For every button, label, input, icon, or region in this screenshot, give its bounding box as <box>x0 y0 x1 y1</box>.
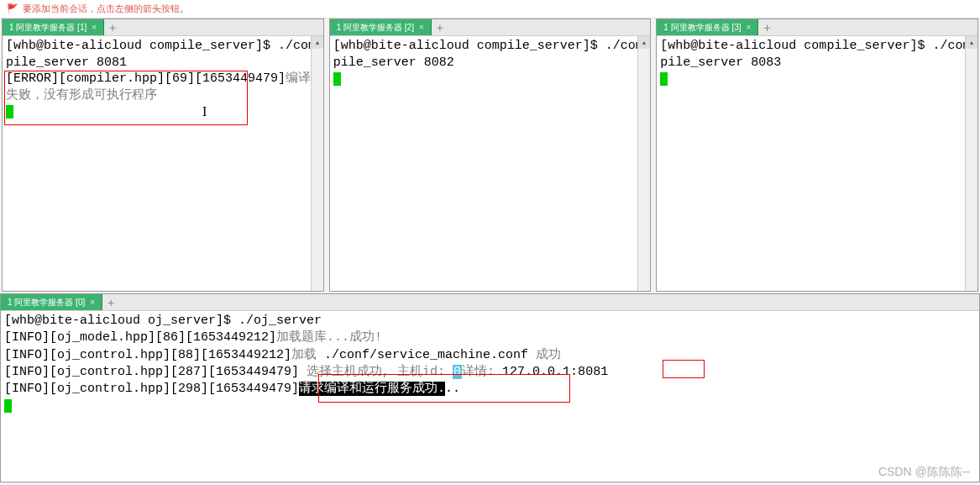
terminal-output-2[interactable]: [whb@bite-alicloud compile_server]$ ./co… <box>330 36 651 291</box>
scrollbar[interactable]: ▴ <box>637 36 650 291</box>
flag-icon: 🚩 <box>7 3 18 14</box>
log-text: 加载 <box>291 348 317 362</box>
host-id-badge: 0 <box>453 365 462 379</box>
hint-text: 要添加当前会话，点击左侧的箭头按钮。 <box>23 3 189 15</box>
cursor-icon <box>660 72 668 86</box>
terminal-output-0[interactable]: [whb@bite-alicloud oj_server]$ ./oj_serv… <box>1 311 979 417</box>
tab-bar: 1 阿里教学服务器 [1] × + <box>3 19 323 36</box>
log-text: 成功 <box>536 348 561 362</box>
scroll-up-icon[interactable]: ▴ <box>312 36 323 49</box>
cursor-icon <box>6 105 13 119</box>
terminal-tab-0[interactable]: 1 阿里教学服务器 [0] × <box>1 294 102 310</box>
tab-bar: 1 阿里教学服务器 [0] × + <box>1 294 979 311</box>
terminal-pane-0: 1 阿里教学服务器 [0] × + [whb@bite-alicloud oj_… <box>0 293 980 482</box>
close-icon[interactable]: × <box>747 23 752 32</box>
terminal-pane-3: 1 阿里教学服务器 [3] × + [whb@bite-alicloud com… <box>656 18 978 292</box>
terminal-pane-2: 1 阿里教学服务器 [2] × + [whb@bite-alicloud com… <box>329 18 652 292</box>
tab-label: 1 阿里教学服务器 [0] <box>8 297 85 308</box>
tab-label: 1 阿里教学服务器 [3] <box>663 22 741 34</box>
log-text: 选择主机成功, 主机id: <box>299 365 453 379</box>
terminal-output-3[interactable]: [whb@bite-alicloud compile_server]$ ./co… <box>657 36 977 291</box>
hint-bar: 🚩 要添加当前会话，点击左侧的箭头按钮。 <box>0 0 980 18</box>
add-tab-button[interactable]: + <box>102 296 119 309</box>
add-tab-button[interactable]: + <box>758 21 775 34</box>
scroll-up-icon[interactable]: ▴ <box>638 36 650 49</box>
log-line: [INFO][oj_control.hpp][88][1653449212] <box>4 348 291 362</box>
log-text: 加载题库...成功! <box>276 330 382 345</box>
log-line: [INFO][oj_model.hpp][86][1653449212] <box>4 330 276 345</box>
scrollbar[interactable]: ▴ <box>965 36 977 291</box>
close-icon[interactable]: × <box>419 23 424 32</box>
tab-bar: 1 阿里教学服务器 [2] × + <box>330 19 651 36</box>
host-ip: 127.0.0.1:8081 <box>502 365 608 379</box>
scrollbar[interactable]: ▴ <box>311 36 323 291</box>
log-text: ./conf/service_machine.conf <box>317 348 536 362</box>
add-tab-button[interactable]: + <box>432 21 448 34</box>
scroll-up-icon[interactable]: ▴ <box>966 36 977 49</box>
top-panes-row: 1 阿里教学服务器 [1] × + [whb@bite-alicloud com… <box>0 18 980 292</box>
add-tab-button[interactable]: + <box>104 21 121 34</box>
cursor-icon <box>333 72 341 86</box>
prompt-line: [whb@bite-alicloud oj_server]$ ./oj_serv… <box>4 314 322 328</box>
tab-bar: 1 阿里教学服务器 [3] × + <box>657 19 977 36</box>
tab-label: 1 阿里教学服务器 [1] <box>9 22 86 34</box>
close-icon[interactable]: × <box>90 298 95 307</box>
terminal-pane-1: 1 阿里教学服务器 [1] × + [whb@bite-alicloud com… <box>2 18 324 292</box>
terminal-output-1[interactable]: [whb@bite-alicloud compile_server]$ ./co… <box>3 36 323 291</box>
highlighted-text: 请求编译和运行服务成功. <box>299 382 445 396</box>
terminal-tab-3[interactable]: 1 阿里教学服务器 [3] × <box>657 19 758 35</box>
close-icon[interactable]: × <box>92 23 97 32</box>
log-text: 详情: <box>462 365 502 379</box>
terminal-tab-1[interactable]: 1 阿里教学服务器 [1] × <box>3 19 104 35</box>
tab-label: 1 阿里教学服务器 [2] <box>337 22 414 34</box>
log-line: [INFO][oj_control.hpp][298][1653449479] <box>4 382 299 396</box>
terminal-tab-2[interactable]: 1 阿里教学服务器 [2] × <box>330 19 432 35</box>
text-cursor-icon: I <box>202 103 207 121</box>
log-line: [INFO][oj_control.hpp][287][1653449479] <box>4 365 299 379</box>
log-text: .. <box>445 382 460 396</box>
watermark: CSDN @陈陈陈-- <box>878 465 970 480</box>
cursor-icon <box>4 399 12 413</box>
